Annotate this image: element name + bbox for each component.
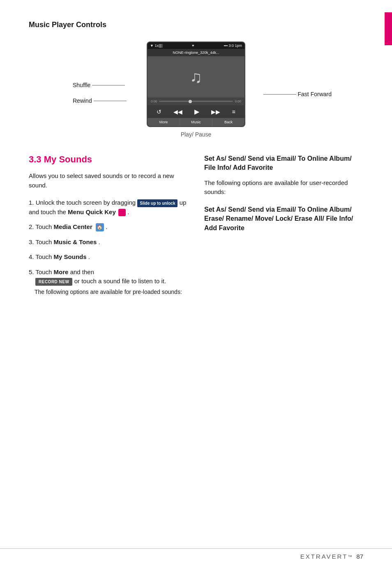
side-tab <box>385 12 392 45</box>
my-sounds-label: My Sounds <box>54 253 87 260</box>
extra-button[interactable]: ≡ <box>232 109 235 115</box>
step-3-text: Touch <box>35 238 53 245</box>
progress-dot <box>189 100 192 103</box>
rewind-line <box>94 101 127 101</box>
status-right: ▪▪▪ 3:0 1pm <box>224 44 242 48</box>
step-5-text-middle: and then <box>70 268 94 275</box>
step-2-period: . <box>106 223 107 230</box>
phone-status-bar: ▼ 1x|||| ✦ ▪▪▪ 3:0 1pm <box>148 42 244 49</box>
section-description: Allows you to select saved sounds or to … <box>29 171 188 190</box>
rewind-label: Rewind <box>73 97 92 104</box>
step-1-text-before: Unlock the touch screen by dragging <box>36 199 138 206</box>
footer-brand: Extravert <box>300 553 348 560</box>
time-elapsed: 0:00 <box>151 99 157 103</box>
step-3-period: . <box>99 238 100 245</box>
media-center-icon-inline: 🏠 <box>96 223 104 231</box>
section-name: My Sounds <box>44 154 92 164</box>
record-new-badge: RECORD NEW <box>35 278 72 286</box>
fast-forward-button[interactable]: ▶▶ <box>211 109 220 115</box>
step-1-period: . <box>127 208 129 215</box>
step-5: 5. Touch More and then RECORD NEW or tou… <box>29 268 188 296</box>
step-5-indent: RECORD NEW or touch a sound file to list… <box>35 277 166 284</box>
shuffle-button[interactable]: ↺ <box>157 109 161 115</box>
progress-bar: 0:00 0:00 <box>148 97 244 105</box>
footer-page-number: 87 <box>356 553 363 560</box>
step-5-number: 5. <box>29 268 35 275</box>
album-art: ♫ <box>148 56 244 97</box>
step-5-text-after: or touch a sound file to listen to it. <box>74 277 166 284</box>
step-5-text-before: Touch <box>35 268 53 275</box>
step-1: 1. Unlock the touch screen by dragging S… <box>29 198 188 217</box>
sub-note: The following options are available for … <box>35 288 188 296</box>
play-pause-button[interactable]: ▶ <box>194 108 199 116</box>
step-4-text: Touch <box>35 253 53 260</box>
step-3: 3. Touch Music & Tones . <box>29 238 188 247</box>
status-left-text: ▼ 1x|||| <box>150 44 162 48</box>
menu-icon-inline <box>118 209 126 216</box>
step-2-text: Touch <box>35 223 53 230</box>
step-4-period: . <box>88 253 90 260</box>
song-title: NONE-ringtone_320k_44k... <box>148 49 244 56</box>
more-label: More <box>54 268 69 275</box>
status-left: ▼ 1x|||| <box>150 44 162 48</box>
phone-controls: ↺ ◀◀ ▶ ▶▶ ≡ <box>148 105 244 118</box>
nav-more[interactable]: More <box>148 118 180 126</box>
shuffle-rewind-labels: Shuffle Rewind <box>73 82 127 104</box>
right-heading-1: Set As/ Send/ Send via Email/ To Online … <box>204 154 363 173</box>
footer-trademark: ™ <box>348 554 352 559</box>
page-title: Music Player Controls <box>29 21 363 29</box>
step-3-number: 3. <box>29 238 35 245</box>
menu-quick-key-label: Menu Quick Key <box>68 208 116 215</box>
step-4-number: 4. <box>29 253 35 260</box>
steps-list: 1. Unlock the touch screen by dragging S… <box>29 198 188 296</box>
right-heading-2: Set As/ Send/ Send via Email/ To Online … <box>204 205 363 233</box>
right-column: Set As/ Send/ Send via Email/ To Online … <box>204 154 363 302</box>
step-2-number: 2. <box>29 223 35 230</box>
phone-mockup-wrapper: ▼ 1x|||| ✦ ▪▪▪ 3:0 1pm NONE-ringtone_320… <box>52 42 340 127</box>
rewind-button[interactable]: ◀◀ <box>173 109 182 115</box>
phone-nav: More Music Back <box>148 118 244 126</box>
music-note-icon: ♫ <box>190 68 202 86</box>
shuffle-label: Shuffle <box>73 82 90 88</box>
right-text-1: The following options are available for … <box>204 178 363 197</box>
step-1-number: 1. <box>29 199 36 206</box>
ff-line <box>263 94 296 95</box>
status-center: ✦ <box>191 44 195 48</box>
page-footer: Extravert ™ 87 <box>0 548 392 564</box>
slide-to-unlock-badge: Slide up to unlock <box>137 199 178 207</box>
section-heading: 3.3 My Sounds <box>29 154 188 165</box>
step-2: 2. Touch Media Center 🏠 . <box>29 222 188 232</box>
music-tones-label: Music & Tones <box>54 238 97 245</box>
phone-mockup: ▼ 1x|||| ✦ ▪▪▪ 3:0 1pm NONE-ringtone_320… <box>147 42 245 127</box>
step-4: 4. Touch My Sounds . <box>29 252 188 262</box>
play-pause-label: Play/ Pause <box>29 131 363 138</box>
time-total: 0:00 <box>235 99 241 103</box>
shuffle-line <box>92 85 125 86</box>
fast-forward-label: Fast Forward <box>298 91 332 97</box>
media-center-label: Media Center <box>54 223 92 230</box>
section-number: 3.3 <box>29 154 42 164</box>
progress-track <box>159 101 233 102</box>
nav-back[interactable]: Back <box>212 118 244 126</box>
nav-music[interactable]: Music <box>180 118 212 126</box>
fast-forward-label-area: Fast Forward <box>263 91 332 97</box>
left-column: 3.3 My Sounds Allows you to select saved… <box>29 154 188 302</box>
my-sounds-section: 3.3 My Sounds Allows you to select saved… <box>29 154 363 302</box>
